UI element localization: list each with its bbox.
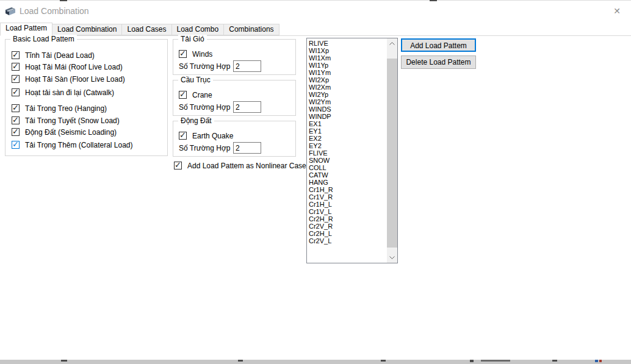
list-item[interactable]: Cr1V_L: [309, 208, 386, 215]
crane-checkbox-row: Crane: [179, 90, 212, 99]
load-pattern-checkbox-row: Hoạt Tải Sàn (Floor Live Load): [12, 74, 125, 84]
crane-group: Cầu Trục Crane Số Trường Hợp: [173, 80, 296, 116]
list-item[interactable]: Cr2V_L: [309, 237, 386, 244]
count-label: Số Trường Hợp: [179, 103, 230, 112]
tab[interactable]: Load Combination: [52, 24, 122, 35]
load-combination-dialog: Load Combination ✕ Load PattemLoad Combi…: [0, 0, 631, 364]
list-item[interactable]: EX2: [309, 135, 386, 142]
list-item[interactable]: Cr2H_L: [309, 230, 386, 237]
app-icon: [4, 5, 16, 18]
load-pattern-checkbox-row: Hoạt tải sàn đi lại (Catwalk): [12, 88, 114, 97]
checkbox[interactable]: [12, 51, 20, 59]
list-item[interactable]: CATW: [309, 171, 386, 179]
load-pattern-listbox[interactable]: RLIVEWI1XpWI1XmWI1YpWI1YmWI2XpWI2XmWI2Yp…: [306, 38, 398, 263]
group-title: Tải Gió: [178, 35, 207, 43]
checkbox[interactable]: [12, 141, 20, 149]
list-item[interactable]: Cr1H_L: [309, 201, 386, 208]
scroll-down-icon[interactable]: [387, 252, 397, 263]
list-item[interactable]: WI2Xm: [309, 84, 386, 91]
list-item[interactable]: WI2Yp: [309, 91, 386, 98]
list-item[interactable]: Cr2H_R: [309, 215, 386, 223]
winds-checkbox-row: Winds: [179, 49, 212, 59]
list-item[interactable]: EY1: [309, 127, 386, 135]
winds-checkbox[interactable]: [179, 50, 187, 58]
list-item[interactable]: EX1: [309, 120, 386, 127]
list-item[interactable]: Cr1H_R: [309, 186, 386, 193]
group-title: Basic Load Pattem: [10, 35, 77, 43]
tab-bar: Load PattemLoad CombinationLoad CasesLoa…: [0, 23, 631, 36]
list-item[interactable]: Cr2V_R: [309, 223, 386, 230]
list-item[interactable]: WI1Yp: [309, 62, 386, 69]
tab[interactable]: Load Pattem: [0, 23, 52, 36]
crane-count-input[interactable]: [233, 101, 261, 113]
count-label: Số Trường Hợp: [179, 144, 230, 152]
checkbox[interactable]: [12, 128, 20, 136]
checkbox[interactable]: [12, 104, 20, 112]
crane-checkbox[interactable]: [179, 91, 187, 99]
earthquake-checkbox[interactable]: [179, 132, 187, 140]
tab[interactable]: Combinations: [223, 24, 279, 35]
scrollbar[interactable]: [387, 38, 397, 263]
delete-load-pattern-button[interactable]: Delete Load Pattem: [401, 55, 476, 69]
list-item[interactable]: WI2Xp: [309, 76, 386, 84]
list-item[interactable]: WINDS: [309, 105, 386, 113]
list-item[interactable]: WINDP: [309, 113, 386, 120]
wind-count-input[interactable]: [233, 60, 261, 72]
list-item[interactable]: HANG: [309, 179, 386, 186]
add-load-pattern-button[interactable]: Add Load Pattem: [401, 38, 476, 52]
list-item[interactable]: Cr1V_R: [309, 193, 386, 201]
load-pattern-checkbox-row: Tải Trong Tuyết (Snow Load): [12, 116, 120, 125]
nonlinear-case-checkbox[interactable]: [174, 162, 182, 170]
checkbox[interactable]: [12, 63, 20, 71]
list-item[interactable]: SNOW: [309, 157, 386, 164]
tab[interactable]: Load Combo: [171, 24, 225, 35]
group-title: Cầu Trục: [178, 76, 213, 84]
checkbox[interactable]: [12, 88, 20, 96]
close-icon[interactable]: ✕: [609, 5, 625, 17]
scroll-up-icon[interactable]: [387, 38, 397, 49]
count-label: Số Trường Hợp: [179, 62, 230, 71]
load-pattern-checkbox-row: Tĩnh Tải (Dead Load): [12, 51, 95, 60]
earthquake-group: Động Đất Earth Quake Số Trường Hợp: [173, 121, 296, 157]
tab[interactable]: Load Cases: [121, 24, 171, 35]
basic-load-pattern-group: Basic Load Pattem Tĩnh Tải (Dead Load) H…: [5, 39, 168, 156]
checkbox[interactable]: [12, 75, 20, 83]
list-item[interactable]: RLIVE: [309, 40, 386, 47]
load-pattern-checkbox-row: Tải Trọng Thêm (Collateral Load): [12, 140, 133, 149]
list-item[interactable]: WI1Xm: [309, 54, 386, 62]
group-title: Động Đất: [178, 116, 214, 125]
quake-count-input[interactable]: [233, 142, 261, 154]
load-pattern-checkbox-row: Động Đất (Seismic Loading): [12, 127, 117, 137]
background-edge: [0, 0, 631, 1]
checkbox[interactable]: [12, 116, 20, 124]
list-item[interactable]: WI2Ym: [309, 98, 386, 105]
load-pattern-checkbox-row: Tải Trong Treo (Hanging): [12, 104, 107, 113]
wind-group: Tải Gió Winds Số Trường Hợp: [173, 39, 296, 75]
list-item[interactable]: WI1Ym: [309, 69, 386, 76]
earthquake-checkbox-row: Earth Quake: [179, 131, 233, 140]
list-item[interactable]: EY2: [309, 142, 386, 149]
load-pattern-checkbox-row: Hoạt Tải Mái (Roof Live Load): [12, 62, 123, 71]
titlebar: Load Combination ✕: [0, 1, 631, 21]
nonlinear-case-checkbox-row: Add Load Pattem as Nonlinear Case: [174, 161, 306, 170]
list-item[interactable]: FLIVE: [309, 149, 386, 157]
scrollbar-thumb[interactable]: [387, 59, 397, 248]
list-item[interactable]: WI1Xp: [309, 47, 386, 54]
background-edge: [0, 359, 631, 364]
list-item[interactable]: COLL: [309, 164, 386, 171]
window-title: Load Combination: [20, 6, 89, 16]
